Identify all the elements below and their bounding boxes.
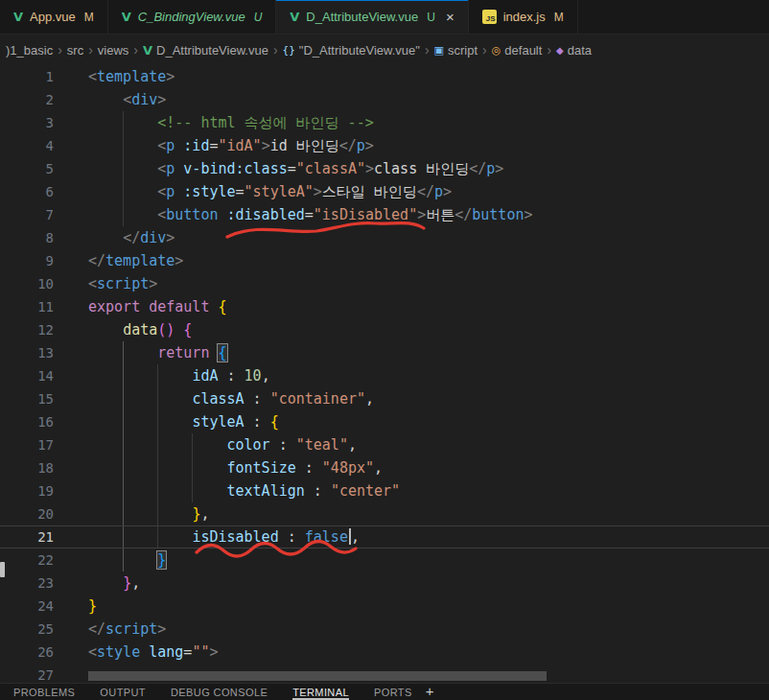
line-number[interactable]: 18	[0, 456, 54, 479]
line-number[interactable]: 5	[0, 157, 54, 180]
code-text: data() {	[88, 318, 192, 341]
panel-tab-problems[interactable]: PROBLEMS	[13, 684, 75, 700]
line-number[interactable]: 16	[0, 410, 54, 433]
breadcrumb-item[interactable]: src	[67, 43, 83, 58]
code-token: :	[305, 482, 331, 500]
line-number[interactable]: 23	[0, 572, 54, 595]
add-terminal-icon[interactable]: +	[426, 684, 434, 699]
git-status-badge: U	[427, 11, 435, 24]
line-number[interactable]: 9	[0, 249, 54, 272]
code-token: default	[149, 298, 209, 315]
code-token: "container"	[270, 390, 365, 408]
code-token: 10	[245, 367, 262, 385]
breadcrumb-item[interactable]: ◆data	[556, 43, 592, 58]
code-row[interactable]: 21 isDisabled : false,	[0, 525, 769, 548]
breadcrumb-separator-icon: ›	[425, 42, 430, 58]
code-row[interactable]: 11export default {	[0, 295, 769, 318]
line-number[interactable]: 12	[0, 318, 54, 341]
line-number[interactable]: 27	[0, 664, 54, 683]
code-token: button	[166, 206, 218, 223]
breadcrumb-item[interactable]: views	[98, 43, 129, 58]
code-token: data	[123, 321, 157, 338]
code-row[interactable]: 19 textAlign : "center"	[0, 479, 769, 502]
code-row[interactable]: 16 styleA : {	[0, 410, 769, 433]
code-row[interactable]: 4 <p :id="idA">id 바인딩</p>	[0, 134, 769, 157]
panel-tab-output[interactable]: OUTPUT	[100, 684, 146, 700]
editor-tab[interactable]: JSindex.jsM	[469, 0, 578, 34]
code-token: textAlign	[227, 482, 305, 500]
editor-tab[interactable]: VD_AttributeView.vueU×	[276, 0, 468, 34]
line-number[interactable]: 1	[0, 65, 54, 88]
line-number[interactable]: 22	[0, 548, 54, 572]
line-number[interactable]: 4	[0, 134, 54, 157]
code-row[interactable]: 10<script>	[0, 272, 769, 295]
line-number[interactable]: 11	[0, 295, 54, 318]
code-row[interactable]: 15 classA : "container",	[0, 387, 769, 410]
code-editor[interactable]: 1<template>2 <div>3 <!-- html 속성에 바인딩 --…	[0, 65, 769, 683]
tab-label: App.vue	[30, 10, 76, 24]
code-row[interactable]: 23 },	[0, 572, 769, 595]
breadcrumb-item[interactable]: {}"D_AttributeView.vue"	[283, 43, 420, 58]
breadcrumb-separator-icon: ›	[88, 42, 93, 58]
breadcrumb-item[interactable]: VD_AttributeView.vue	[143, 43, 268, 58]
code-row[interactable]: 24}	[0, 595, 769, 618]
code-row[interactable]: 13 return {	[0, 341, 769, 364]
editor-tab[interactable]: VApp.vueM	[0, 0, 108, 34]
breadcrumb-item[interactable]: ◎default	[492, 43, 543, 58]
code-row[interactable]: 7 <button :disabled="isDisabled">버튼</but…	[0, 203, 769, 226]
line-number[interactable]: 26	[0, 641, 54, 664]
code-token: ,	[351, 528, 360, 546]
line-number[interactable]: 24	[0, 595, 54, 618]
line-number[interactable]: 14	[0, 364, 54, 387]
code-token: >	[166, 229, 175, 246]
code-row[interactable]: 25</script>	[0, 618, 769, 641]
line-number[interactable]: 17	[0, 433, 54, 456]
breadcrumb-separator-icon: ›	[273, 42, 278, 58]
line-number[interactable]: 20	[0, 502, 54, 525]
horizontal-scrollbar[interactable]	[88, 671, 547, 681]
code-row[interactable]: 8 </div>	[0, 226, 769, 249]
code-row[interactable]: 5 <p v-bind:class="classA">class 바인딩</p>	[0, 157, 769, 180]
code-row[interactable]: 2 <div>	[0, 88, 769, 111]
code-row[interactable]: 12 data() {	[0, 318, 769, 341]
code-token: ,	[365, 390, 374, 408]
line-number[interactable]: 2	[0, 88, 54, 111]
close-tab-icon[interactable]: ×	[446, 10, 454, 24]
code-token: >	[166, 68, 175, 85]
code-token: }	[88, 597, 97, 615]
code-row[interactable]: 22 }	[0, 548, 769, 572]
code-row[interactable]: 20 },	[0, 502, 769, 525]
line-number[interactable]: 15	[0, 387, 54, 410]
breadcrumb-item[interactable]: )1_basic	[6, 43, 53, 58]
code-row[interactable]: 9</template>	[0, 249, 769, 272]
code-text: textAlign : "center"	[88, 479, 400, 502]
line-number[interactable]: 8	[0, 226, 54, 249]
line-number[interactable]: 3	[0, 111, 54, 134]
code-token	[88, 137, 157, 154]
code-row[interactable]: 14 idA : 10,	[0, 364, 769, 387]
code-row[interactable]: 18 fontSize : "48px",	[0, 456, 769, 479]
code-token: <	[157, 137, 166, 154]
breadcrumb-item[interactable]: ▣script	[434, 43, 478, 58]
code-row[interactable]: 26<style lang="">	[0, 641, 769, 664]
line-number[interactable]: 21	[0, 526, 54, 548]
panel-tab-debug-console[interactable]: DEBUG CONSOLE	[171, 684, 268, 700]
breadcrumb-separator-icon: ›	[58, 42, 62, 58]
panel-tab-terminal[interactable]: TERMINAL	[292, 684, 349, 700]
code-row[interactable]: 3 <!-- html 속성에 바인딩 -->	[0, 111, 769, 134]
default-symbol-icon: ◎	[492, 44, 501, 57]
line-number[interactable]: 7	[0, 203, 54, 226]
code-row[interactable]: 17 color : "teal",	[0, 433, 769, 456]
panel-tab-ports[interactable]: PORTS	[374, 684, 412, 700]
line-number[interactable]: 13	[0, 341, 54, 364]
line-number[interactable]: 6	[0, 180, 54, 203]
code-token: classA	[192, 390, 244, 408]
code-token: ,	[262, 367, 270, 385]
code-token	[88, 344, 157, 362]
code-row[interactable]: 1<template>	[0, 65, 769, 88]
line-number[interactable]: 10	[0, 272, 54, 295]
line-number[interactable]: 25	[0, 618, 54, 641]
code-row[interactable]: 6 <p :style="styleA">스타일 바인딩</p>	[0, 180, 769, 203]
line-number[interactable]: 19	[0, 479, 54, 502]
editor-tab[interactable]: VC_BindingView.vueU	[108, 0, 277, 34]
